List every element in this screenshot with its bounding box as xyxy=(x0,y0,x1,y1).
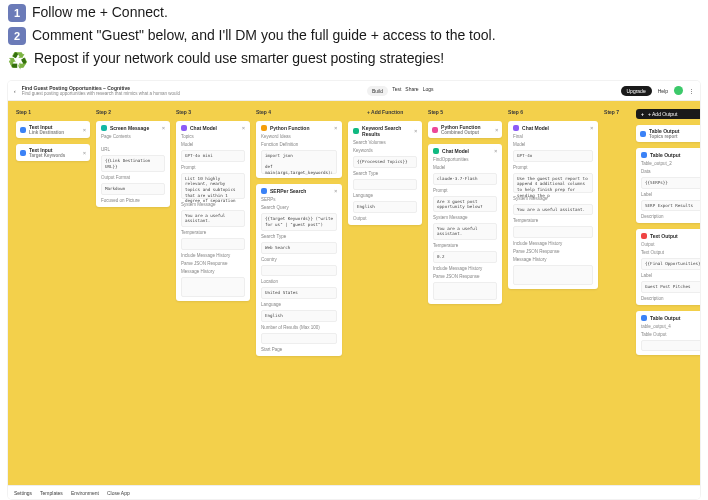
upgrade-button[interactable]: Upgrade xyxy=(621,86,652,96)
field-value[interactable] xyxy=(513,265,593,285)
field-value[interactable]: Markdown xyxy=(101,183,165,195)
field-label: Prompt xyxy=(513,165,593,170)
field-value[interactable]: United States xyxy=(261,287,337,299)
help-link[interactable]: Help xyxy=(658,88,668,94)
node-chat-model-topics[interactable]: Chat Model× Topics Model GPT-4o mini Pro… xyxy=(176,121,250,301)
field-value[interactable]: Are 3 guest post opportunity below? xyxy=(433,196,497,212)
column-step-4: Step 4 Python Function× Keyword Ideas Fu… xyxy=(256,109,342,477)
field-value[interactable]: import json def main(args,target_keyword… xyxy=(261,150,337,174)
field-value[interactable]: You are a useful assistant. xyxy=(433,223,497,240)
field-value[interactable]: Web Search xyxy=(261,242,337,254)
node-keyword-search[interactable]: Keyword Search Results× Search Volumes K… xyxy=(348,121,422,225)
tab-build[interactable]: Build xyxy=(367,86,388,96)
close-icon[interactable]: × xyxy=(414,128,417,134)
field-label: Label xyxy=(641,273,700,278)
footer-action[interactable]: Templates xyxy=(40,490,63,496)
field-value[interactable] xyxy=(261,333,337,345)
column-step-7: Step 7 xyxy=(604,109,630,477)
python-icon xyxy=(261,125,267,131)
field-label: Description xyxy=(641,214,700,219)
field-value[interactable] xyxy=(181,277,245,297)
field-label: Language xyxy=(353,193,417,198)
node-text-output[interactable]: Text Output× Output Text Output {{Final … xyxy=(636,229,700,304)
close-icon[interactable]: × xyxy=(495,127,498,133)
field-value[interactable] xyxy=(513,226,593,238)
node-sub: Table_output_2 xyxy=(641,161,700,166)
field-value[interactable]: SERP Export Results xyxy=(641,200,700,212)
field-value[interactable]: 0.2 xyxy=(433,251,497,263)
node-text-input-2[interactable]: Text Input Target Keywords × xyxy=(16,144,90,161)
node-chat-model-final[interactable]: Chat Model× Final Model GPT-4o Prompt Us… xyxy=(508,121,598,289)
close-icon[interactable]: × xyxy=(83,150,86,156)
tab-logs[interactable]: Logs xyxy=(423,86,434,96)
close-icon[interactable]: × xyxy=(83,127,86,133)
node-sub: Link Destination xyxy=(29,130,64,135)
breadcrumb-icon: ‹ xyxy=(14,88,16,94)
field-value[interactable]: {{Processed Topics}} xyxy=(353,156,417,168)
node-table-output-1[interactable]: Table OutputTopics report × xyxy=(636,125,700,142)
add-output-button[interactable]: ++ Add Output xyxy=(636,109,700,119)
text-input-icon xyxy=(20,127,26,133)
column-step-3: Step 3 Chat Model× Topics Model GPT-4o m… xyxy=(176,109,250,477)
field-value[interactable]: GPT-4o xyxy=(513,150,593,162)
field-label: Parse JSON Response xyxy=(433,274,497,279)
cta-text: Comment "Guest" below, and I'll DM you t… xyxy=(32,25,496,46)
node-title: Text Output xyxy=(650,233,678,239)
tab-share[interactable]: Share xyxy=(405,86,418,96)
add-function-label[interactable]: + Add Function xyxy=(348,109,422,115)
field-label: System Message xyxy=(181,202,245,207)
field-value[interactable]: You are a useful assistant. xyxy=(181,210,245,227)
node-serper-search[interactable]: SERPer Search× SERPs Search Query {{Targ… xyxy=(256,184,342,356)
node-screen-message[interactable]: Screen Message× Page Contents URL {{Link… xyxy=(96,121,170,207)
field-label: Include Message History xyxy=(181,253,245,258)
column-step-2: Step 2 Screen Message× Page Contents URL… xyxy=(96,109,170,477)
field-value[interactable]: List 10 highly relevant, nearby topics a… xyxy=(181,173,245,199)
close-icon[interactable]: × xyxy=(334,188,337,194)
field-value[interactable]: You are a useful assistant. xyxy=(513,204,593,216)
field-value[interactable]: GPT-4o mini xyxy=(181,150,245,162)
field-value[interactable] xyxy=(433,282,497,300)
close-icon[interactable]: × xyxy=(334,125,337,131)
node-python-combined[interactable]: Python Function Combined Output × xyxy=(428,121,502,138)
node-table-output-4[interactable]: Table Output× table_output_4 Table Outpu… xyxy=(636,311,700,356)
footer-action[interactable]: Close App xyxy=(107,490,130,496)
field-value[interactable]: {{Target Keywords}} ("write for us" | "g… xyxy=(261,213,337,231)
field-value[interactable]: {{SERPs}} xyxy=(641,177,700,189)
field-label: System Message xyxy=(433,215,497,220)
node-text-input-1[interactable]: Text Input Link Destination × xyxy=(16,121,90,138)
field-label: Data xyxy=(641,169,700,174)
field-value[interactable]: Guest Post Pitches xyxy=(641,281,700,293)
field-label: Search Type xyxy=(353,171,417,176)
node-python-function[interactable]: Python Function× Keyword Ideas Function … xyxy=(256,121,342,178)
field-value[interactable] xyxy=(261,265,337,277)
field-value[interactable] xyxy=(181,238,245,250)
field-label: Label xyxy=(641,192,700,197)
node-sub: Final xyxy=(513,134,593,139)
field-label: Table Output xyxy=(641,332,700,337)
field-value[interactable]: claude-3.7-Flash xyxy=(433,173,497,185)
footer-action[interactable]: Settings xyxy=(14,490,32,496)
field-value[interactable]: Use the guest post report to append 4 ad… xyxy=(513,173,593,193)
node-title: SERPer Search xyxy=(270,188,306,194)
tab-test[interactable]: Test xyxy=(392,86,401,96)
field-value[interactable]: {{Final Opportunities}} xyxy=(641,258,700,270)
close-icon[interactable]: × xyxy=(494,148,497,154)
menu-icon[interactable]: ⋮ xyxy=(689,88,694,94)
node-chat-model-opps[interactable]: Chat Model× FindOpportunities Model clau… xyxy=(428,144,502,304)
avatar[interactable] xyxy=(674,86,683,95)
field-value[interactable]: {{Link Destination URL}} xyxy=(101,155,165,172)
field-value[interactable] xyxy=(641,340,700,352)
footer-action[interactable]: Environment xyxy=(71,490,99,496)
text-output-icon xyxy=(641,233,647,239)
field-value[interactable] xyxy=(353,179,417,191)
field-value[interactable]: English xyxy=(261,310,337,322)
workflow-canvas[interactable]: Step 1 Text Input Link Destination × Tex… xyxy=(8,101,700,485)
close-icon[interactable]: × xyxy=(242,125,245,131)
chat-icon xyxy=(433,148,439,154)
node-table-output-2[interactable]: Table Output× Table_output_2 Data {{SERP… xyxy=(636,148,700,223)
field-value[interactable]: English xyxy=(353,201,417,213)
close-icon[interactable]: × xyxy=(162,125,165,131)
close-icon[interactable]: × xyxy=(590,125,593,131)
field-label: Focused on Picture xyxy=(101,198,165,203)
node-sub: table_output_4 xyxy=(641,324,700,329)
